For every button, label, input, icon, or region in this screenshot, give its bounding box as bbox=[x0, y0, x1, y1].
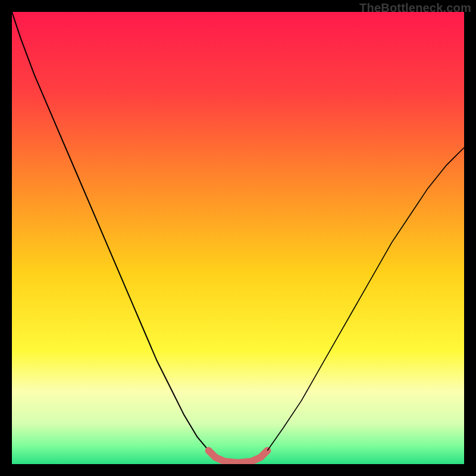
curve-right-arm bbox=[267, 148, 464, 450]
watermark-text: TheBottleneck.com bbox=[359, 1, 471, 15]
curve-left-arm bbox=[12, 12, 209, 450]
chart-frame: TheBottleneck.com bbox=[0, 0, 476, 476]
curve-layer bbox=[12, 12, 464, 464]
curve-pink-bottom bbox=[209, 450, 268, 463]
